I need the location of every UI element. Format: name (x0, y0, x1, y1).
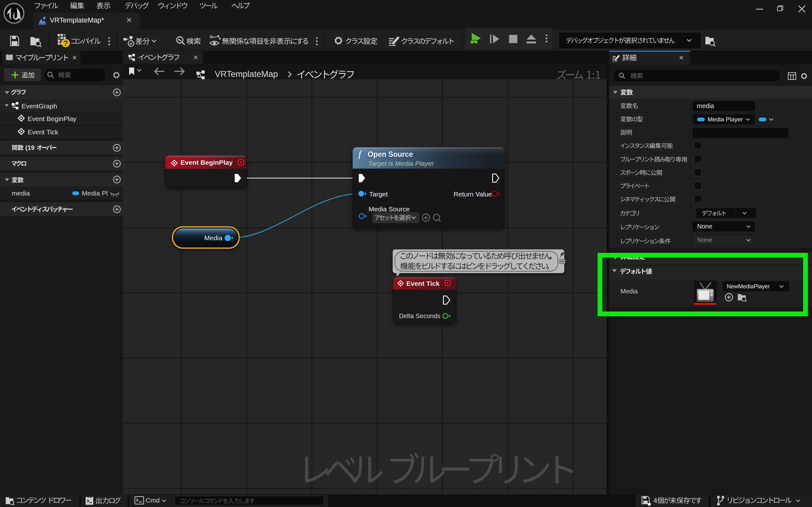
svg-text:?: ? (63, 39, 68, 48)
